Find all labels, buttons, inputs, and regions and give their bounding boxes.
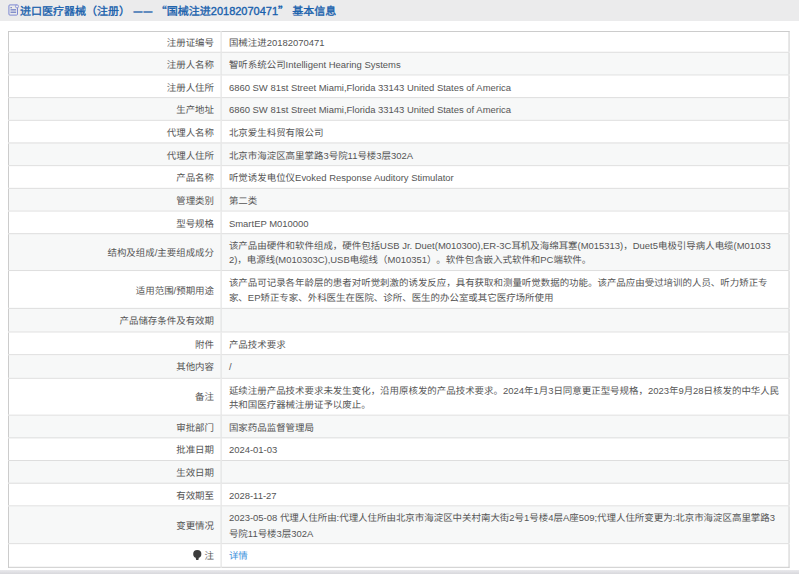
table-row-note: 注详情	[8, 544, 788, 568]
row-label-approval-department: 审批部门	[8, 415, 221, 438]
table-row-production-address: 生产地址6860 SW 81st Street Miami,Florida 33…	[8, 98, 788, 121]
row-label-text: 注册人名称	[167, 56, 214, 70]
row-value-composition: 该产品由硬件和软件组成，硬件包括USB Jr. Duet(M010300),ER…	[221, 234, 788, 271]
row-value-text: /	[229, 359, 232, 373]
table-row-approval-department: 审批部门国家药品监督管理局	[8, 415, 788, 438]
row-value-agent-name: 北京爱生科贸有限公司	[221, 120, 788, 143]
row-value-registrant-address: 6860 SW 81st Street Miami,Florida 33143 …	[221, 75, 788, 98]
table-row-agent-address: 代理人住所北京市海淀区高里掌路3号院11号楼3层302A	[8, 143, 788, 166]
row-value-text: 2028-11-27	[229, 488, 277, 502]
row-value-effective-date	[221, 461, 788, 484]
row-label-management-class: 管理类别	[8, 188, 221, 211]
row-label-reg-no: 注册证编号	[8, 31, 221, 52]
row-label-storage-validity: 产品储存条件及有效期	[8, 308, 221, 331]
row-value-other-content: /	[221, 355, 788, 378]
row-value-model-spec: SmartEP M010000	[221, 211, 788, 234]
row-value-reg-no: 国械注进20182070471	[221, 31, 788, 52]
row-label-text: 型号规格	[176, 215, 214, 229]
row-value-agent-address: 北京市海淀区高里掌路3号院11号楼3层302A	[221, 143, 788, 166]
table-row-agent-name: 代理人名称北京爱生科贸有限公司	[8, 120, 788, 143]
table-row-approval-date: 批准日期2024-01-03	[8, 438, 788, 461]
row-label-text: 注	[205, 548, 214, 562]
row-value-text: 听觉诱发电位仪Evoked Response Auditory Stimulat…	[229, 170, 454, 184]
row-value-text: 延续注册产品技术要求未发生变化，沿用原核发的产品技术要求。2024年1月3日同意…	[229, 382, 779, 411]
row-label-text: 结构及组成/主要组成成分	[107, 245, 214, 259]
row-value-text: 产品技术要求	[229, 336, 286, 350]
row-value-product-name: 听觉诱发电位仪Evoked Response Auditory Stimulat…	[221, 166, 788, 189]
row-value-storage-validity	[221, 308, 788, 331]
row-value-text: 2024-01-03	[229, 442, 277, 456]
table-row-remarks: 备注延续注册产品技术要求未发生变化，沿用原核发的产品技术要求。2024年1月3日…	[8, 378, 788, 415]
table-row-change-record: 变更情况2023-05-08 代理人住所由:代理人住所由北京市海淀区中关村南大街…	[8, 506, 788, 543]
row-label-registrant-address: 注册人住所	[8, 75, 221, 98]
row-value-registrant-name: 智听系统公司Intelligent Hearing Systems	[221, 52, 788, 75]
table-row-other-content: 其他内容/	[8, 355, 788, 378]
row-label-model-spec: 型号规格	[8, 211, 221, 234]
row-label-text: 审批部门	[176, 419, 214, 433]
details-link[interactable]: 详情	[229, 548, 248, 562]
table-row-composition: 结构及组成/主要组成成分该产品由硬件和软件组成，硬件包括USB Jr. Duet…	[8, 234, 788, 271]
document-icon	[8, 4, 19, 16]
registration-info-table: 注册证编号国械注进20182070471注册人名称智听系统公司Intellige…	[8, 31, 789, 568]
note-balloon-icon	[193, 550, 203, 561]
row-label-production-address: 生产地址	[8, 98, 221, 121]
row-label-other-content: 其他内容	[8, 355, 221, 378]
table-row-model-spec: 型号规格SmartEP M010000	[8, 211, 788, 234]
row-value-text: 该产品可记录各年龄层的患者对听觉刺激的诱发反应，具有获取和测量听觉数据的功能。该…	[229, 275, 768, 304]
row-value-production-address: 6860 SW 81st Street Miami,Florida 33143 …	[221, 98, 788, 121]
row-value-text: 2023-05-08 代理人住所由:代理人住所由北京市海淀区中关村南大街2号1号…	[229, 510, 775, 539]
row-label-attachment: 附件	[8, 332, 221, 355]
row-value-change-record: 2023-05-08 代理人住所由:代理人住所由北京市海淀区中关村南大街2号1号…	[221, 506, 788, 543]
row-value-text: 6860 SW 81st Street Miami,Florida 33143 …	[229, 102, 511, 116]
row-value-valid-until: 2028-11-27	[221, 483, 788, 506]
row-label-text: 适用范围/预期用途	[136, 282, 214, 296]
row-label-text: 备注	[195, 389, 214, 403]
table-row-reg-no: 注册证编号国械注进20182070471	[8, 31, 788, 52]
row-label-text: 注册人住所	[167, 79, 214, 93]
row-value-text: 该产品由硬件和软件组成，硬件包括USB Jr. Duet(M010300),ER…	[229, 238, 771, 267]
row-label-text: 注册证编号	[167, 35, 214, 49]
row-label-product-name: 产品名称	[8, 166, 221, 189]
row-label-text: 代理人名称	[167, 124, 214, 138]
row-label-text: 批准日期	[176, 442, 214, 456]
row-value-text: 第二类	[229, 192, 257, 206]
page-title: 进口医疗器械（注册） —— “国械注进20182070471” 基本信息	[20, 2, 336, 18]
row-label-text: 附件	[195, 336, 214, 350]
table-row-effective-date: 生效日期	[8, 461, 788, 484]
device-registration-page: { "colors": { "title_blue": "#1760ac", "…	[0, 0, 799, 574]
row-value-text: 国家药品监督管理局	[229, 419, 314, 433]
row-value-remarks: 延续注册产品技术要求未发生变化，沿用原核发的产品技术要求。2024年1月3日同意…	[221, 378, 788, 415]
row-label-registrant-name: 注册人名称	[8, 52, 221, 75]
table-row-valid-until: 有效期至2028-11-27	[8, 483, 788, 506]
row-label-text: 有效期至	[176, 488, 214, 502]
row-label-remarks: 备注	[8, 378, 221, 415]
row-value-text: 智听系统公司Intelligent Hearing Systems	[229, 56, 401, 70]
row-label-change-record: 变更情况	[8, 506, 221, 543]
row-label-text: 产品名称	[176, 170, 214, 184]
row-label-agent-name: 代理人名称	[8, 120, 221, 143]
row-value-attachment: 产品技术要求	[221, 332, 788, 355]
row-label-note: 注	[8, 544, 221, 568]
row-value-approval-department: 国家药品监督管理局	[221, 415, 788, 438]
row-label-effective-date: 生效日期	[8, 461, 221, 484]
row-label-composition: 结构及组成/主要组成成分	[8, 234, 221, 271]
row-value-note: 详情	[221, 544, 788, 568]
row-label-agent-address: 代理人住所	[8, 143, 221, 166]
table-row-product-name: 产品名称听觉诱发电位仪Evoked Response Auditory Stim…	[8, 166, 788, 189]
table-row-registrant-address: 注册人住所6860 SW 81st Street Miami,Florida 3…	[8, 75, 788, 98]
row-value-text: 6860 SW 81st Street Miami,Florida 33143 …	[229, 79, 511, 93]
row-label-text: 代理人住所	[167, 147, 214, 161]
table-row-registrant-name: 注册人名称智听系统公司Intelligent Hearing Systems	[8, 52, 788, 75]
row-label-text: 产品储存条件及有效期	[120, 313, 215, 327]
table-row-management-class: 管理类别第二类	[8, 188, 788, 211]
row-value-text: 北京市海淀区高里掌路3号院11号楼3层302A	[229, 147, 413, 161]
row-label-approval-date: 批准日期	[8, 438, 221, 461]
row-label-text: 生产地址	[176, 102, 214, 116]
row-value-management-class: 第二类	[221, 188, 788, 211]
table-row-intended-use: 适用范围/预期用途该产品可记录各年龄层的患者对听觉刺激的诱发反应，具有获取和测量…	[8, 271, 788, 308]
page-header: 进口医疗器械（注册） —— “国械注进20182070471” 基本信息	[0, 0, 799, 21]
row-label-text: 其他内容	[176, 359, 214, 373]
table-container: 注册证编号国械注进20182070471注册人名称智听系统公司Intellige…	[8, 31, 789, 568]
bottom-divider	[0, 570, 799, 574]
row-label-text: 生效日期	[176, 465, 214, 479]
